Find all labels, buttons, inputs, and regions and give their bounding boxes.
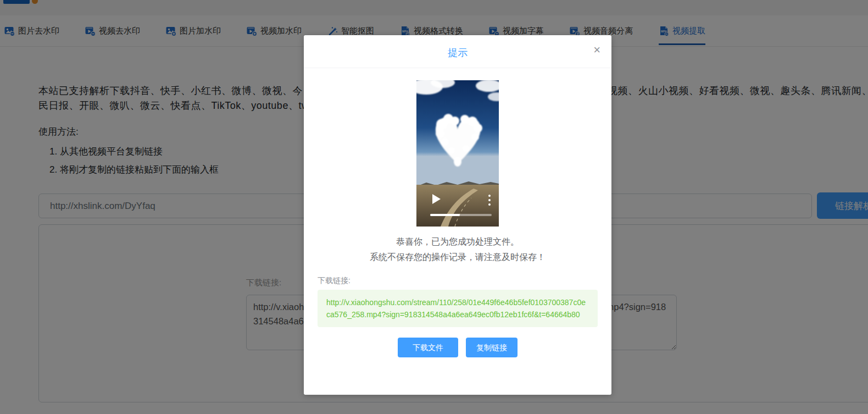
success-message-line2: 系统不保存您的操作记录，请注意及时保存！ <box>304 250 611 265</box>
video-progress-bar[interactable] <box>430 214 492 216</box>
success-message: 恭喜你，已为您成功处理文件。 系统不保存您的操作记录，请注意及时保存！ <box>304 234 611 265</box>
result-dialog: 提示 × <box>304 35 611 395</box>
play-icon[interactable] <box>432 194 441 204</box>
video-preview[interactable] <box>416 80 499 227</box>
dialog-actions: 下载文件 复制链接 <box>304 338 611 357</box>
download-link-url[interactable]: http://v.xiaohongshu.com/stream/110/258/… <box>318 290 598 327</box>
close-icon[interactable]: × <box>593 44 600 56</box>
download-file-button[interactable]: 下载文件 <box>398 338 458 357</box>
video-tools-page: 图片去水印 视频去水印 图片加水印 视频加水印 智能抠图 MP4 视频格式转换 <box>0 0 868 414</box>
dialog-header: 提示 × <box>304 35 611 68</box>
heart-cloud-thumbnail <box>416 80 499 227</box>
success-message-line1: 恭喜你，已为您成功处理文件。 <box>304 234 611 250</box>
dialog-title: 提示 <box>304 35 611 59</box>
copy-link-button[interactable]: 复制链接 <box>466 338 518 357</box>
download-link-label: 下载链接: <box>318 276 598 286</box>
more-options-icon[interactable] <box>488 195 491 206</box>
